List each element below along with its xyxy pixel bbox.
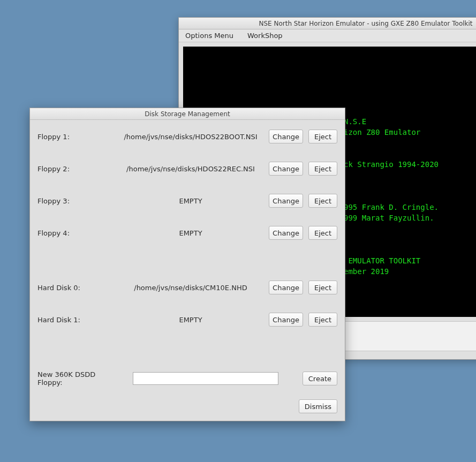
hard-disk-0-path: /home/jvs/nse/disks/CM10E.NHD (118, 284, 263, 292)
floppy-2-path: /home/jvs/nse/disks/HDOS22REC.NSI (118, 165, 263, 173)
hard-disk-1-path: EMPTY (118, 316, 263, 324)
menubar: Options Menu WorkShop (179, 29, 476, 42)
floppy-2-label: Floppy 2: (37, 165, 112, 173)
hard-disk-0-label: Hard Disk 0: (37, 284, 112, 292)
hard-disk-1-label: Hard Disk 1: (37, 316, 112, 324)
create-button[interactable]: Create (303, 372, 337, 385)
dismiss-button[interactable]: Dismiss (299, 399, 337, 413)
dialog-title: Disk Storage Management (30, 108, 345, 120)
menu-options[interactable]: Options Menu (185, 32, 233, 40)
hard-disk-row-1: Hard Disk 1: EMPTY Change Eject (37, 312, 337, 328)
floppy-4-label: Floppy 4: (37, 229, 112, 237)
hard-disk-0-change-button[interactable]: Change (269, 281, 303, 294)
floppy-3-eject-button[interactable]: Eject (308, 194, 337, 208)
hard-disk-0-eject-button[interactable]: Eject (308, 281, 337, 294)
floppy-row-4: Floppy 4: EMPTY Change Eject (37, 225, 337, 241)
floppy-3-change-button[interactable]: Change (269, 194, 303, 208)
floppy-3-label: Floppy 3: (37, 197, 112, 205)
floppy-row-3: Floppy 3: EMPTY Change Eject (37, 193, 337, 209)
new-floppy-input[interactable] (133, 372, 278, 385)
dialog-body: Floppy 1: /home/jvs/nse/disks/HDOS22BOOT… (30, 120, 345, 421)
floppy-2-eject-button[interactable]: Eject (308, 162, 337, 176)
floppy-1-path: /home/jvs/nse/disks/HDOS22BOOT.NSI (118, 133, 263, 141)
main-window-title: NSE North Star Horizon Emulator - using … (179, 18, 476, 29)
floppy-4-path: EMPTY (118, 229, 263, 237)
floppy-row-2: Floppy 2: /home/jvs/nse/disks/HDOS22REC.… (37, 161, 337, 177)
floppy-2-change-button[interactable]: Change (269, 162, 303, 176)
hard-disk-row-0: Hard Disk 0: /home/jvs/nse/disks/CM10E.N… (37, 279, 337, 296)
floppy-row-1: Floppy 1: /home/jvs/nse/disks/HDOS22BOOT… (37, 128, 337, 145)
floppy-1-change-button[interactable]: Change (269, 130, 303, 143)
floppy-1-label: Floppy 1: (37, 133, 112, 141)
new-floppy-label: New 360K DSDD Floppy: (37, 370, 117, 387)
hard-disk-1-change-button[interactable]: Change (269, 313, 303, 327)
terminal-text: N.S.E izon Z80 Emulator ck Strangio 1994… (344, 116, 439, 277)
floppy-1-eject-button[interactable]: Eject (308, 130, 337, 143)
menu-workshop[interactable]: WorkShop (247, 32, 283, 40)
new-floppy-row: New 360K DSDD Floppy: Create (37, 370, 337, 387)
floppy-3-path: EMPTY (118, 197, 263, 205)
disk-storage-dialog: Disk Storage Management Floppy 1: /home/… (29, 108, 345, 421)
floppy-4-eject-button[interactable]: Eject (308, 226, 337, 240)
hard-disk-1-eject-button[interactable]: Eject (308, 313, 337, 327)
dismiss-row: Dismiss (37, 399, 337, 413)
floppy-4-change-button[interactable]: Change (269, 226, 303, 240)
